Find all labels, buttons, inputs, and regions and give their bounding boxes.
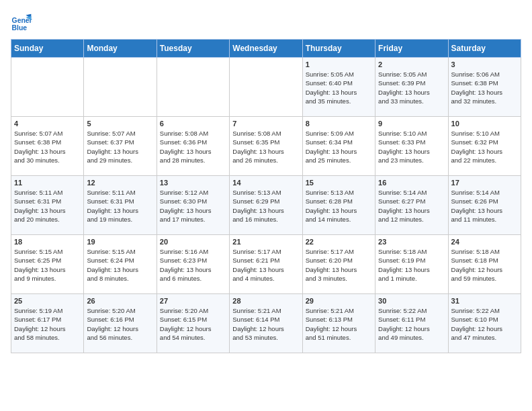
day-cell: 28Sunrise: 5:21 AM Sunset: 6:14 PM Dayli… [230, 294, 302, 353]
logo-icon: General Blue [11, 11, 32, 32]
day-number: 22 [306, 238, 372, 246]
day-cell: 21Sunrise: 5:17 AM Sunset: 6:21 PM Dayli… [230, 235, 302, 294]
logo: General Blue [11, 11, 32, 32]
day-number: 5 [87, 120, 153, 128]
day-info: Sunrise: 5:14 AM Sunset: 6:26 PM Dayligh… [451, 188, 518, 224]
day-cell: 5Sunrise: 5:07 AM Sunset: 6:37 PM Daylig… [84, 117, 157, 176]
day-cell: 14Sunrise: 5:13 AM Sunset: 6:29 PM Dayli… [230, 176, 302, 235]
day-number: 18 [14, 238, 81, 246]
week-row-3: 11Sunrise: 5:11 AM Sunset: 6:31 PM Dayli… [11, 176, 521, 235]
day-cell: 4Sunrise: 5:07 AM Sunset: 6:38 PM Daylig… [11, 117, 84, 176]
day-number: 29 [306, 297, 372, 305]
day-cell: 24Sunrise: 5:18 AM Sunset: 6:18 PM Dayli… [448, 235, 521, 294]
day-number: 9 [378, 120, 445, 128]
week-row-5: 25Sunrise: 5:19 AM Sunset: 6:17 PM Dayli… [11, 294, 521, 353]
day-info: Sunrise: 5:15 AM Sunset: 6:25 PM Dayligh… [14, 247, 81, 283]
day-cell: 13Sunrise: 5:12 AM Sunset: 6:30 PM Dayli… [157, 176, 229, 235]
day-cell: 15Sunrise: 5:13 AM Sunset: 6:28 PM Dayli… [302, 176, 375, 235]
day-number: 12 [87, 179, 153, 187]
day-header-thursday: Thursday [302, 40, 375, 58]
day-cell: 17Sunrise: 5:14 AM Sunset: 6:26 PM Dayli… [448, 176, 521, 235]
day-cell [84, 58, 157, 117]
day-number: 26 [87, 297, 153, 305]
day-number: 11 [14, 179, 81, 187]
day-number: 27 [160, 297, 226, 305]
day-number: 7 [232, 120, 299, 128]
day-number: 21 [232, 238, 299, 246]
day-header-wednesday: Wednesday [230, 40, 302, 58]
day-header-friday: Friday [375, 40, 448, 58]
day-info: Sunrise: 5:14 AM Sunset: 6:27 PM Dayligh… [378, 188, 445, 224]
day-number: 28 [232, 297, 299, 305]
day-info: Sunrise: 5:05 AM Sunset: 6:39 PM Dayligh… [378, 70, 445, 105]
day-info: Sunrise: 5:11 AM Sunset: 6:31 PM Dayligh… [14, 188, 81, 224]
day-number: 14 [232, 179, 299, 187]
day-number: 23 [378, 238, 445, 246]
day-number: 6 [160, 120, 226, 128]
day-info: Sunrise: 5:20 AM Sunset: 6:15 PM Dayligh… [160, 306, 226, 342]
day-cell: 9Sunrise: 5:10 AM Sunset: 6:33 PM Daylig… [375, 117, 448, 176]
day-number: 10 [451, 120, 518, 128]
day-cell: 31Sunrise: 5:22 AM Sunset: 6:10 PM Dayli… [448, 294, 521, 353]
day-info: Sunrise: 5:18 AM Sunset: 6:18 PM Dayligh… [451, 247, 518, 283]
day-number: 20 [160, 238, 226, 246]
day-number: 13 [160, 179, 226, 187]
day-info: Sunrise: 5:07 AM Sunset: 6:38 PM Dayligh… [14, 129, 81, 165]
day-cell: 2Sunrise: 5:05 AM Sunset: 6:39 PM Daylig… [375, 58, 448, 117]
day-info: Sunrise: 5:08 AM Sunset: 6:36 PM Dayligh… [160, 129, 226, 165]
day-cell: 12Sunrise: 5:11 AM Sunset: 6:31 PM Dayli… [84, 176, 157, 235]
day-cell: 25Sunrise: 5:19 AM Sunset: 6:17 PM Dayli… [11, 294, 84, 353]
day-cell: 3Sunrise: 5:06 AM Sunset: 6:38 PM Daylig… [448, 58, 521, 117]
day-header-saturday: Saturday [448, 40, 521, 58]
day-header-tuesday: Tuesday [157, 40, 229, 58]
day-info: Sunrise: 5:17 AM Sunset: 6:21 PM Dayligh… [232, 247, 299, 283]
day-info: Sunrise: 5:16 AM Sunset: 6:23 PM Dayligh… [160, 247, 226, 283]
day-cell: 27Sunrise: 5:20 AM Sunset: 6:15 PM Dayli… [157, 294, 229, 353]
day-info: Sunrise: 5:10 AM Sunset: 6:32 PM Dayligh… [451, 129, 518, 165]
day-info: Sunrise: 5:19 AM Sunset: 6:17 PM Dayligh… [14, 306, 81, 342]
day-info: Sunrise: 5:15 AM Sunset: 6:24 PM Dayligh… [87, 247, 153, 283]
week-row-2: 4Sunrise: 5:07 AM Sunset: 6:38 PM Daylig… [11, 117, 521, 176]
day-info: Sunrise: 5:20 AM Sunset: 6:16 PM Dayligh… [87, 306, 153, 342]
day-number: 3 [451, 60, 518, 68]
day-number: 25 [14, 297, 81, 305]
day-cell: 8Sunrise: 5:09 AM Sunset: 6:34 PM Daylig… [302, 117, 375, 176]
svg-text:Blue: Blue [12, 24, 28, 32]
day-cell: 22Sunrise: 5:17 AM Sunset: 6:20 PM Dayli… [302, 235, 375, 294]
calendar-table: SundayMondayTuesdayWednesdayThursdayFrid… [11, 39, 521, 353]
day-number: 16 [378, 179, 445, 187]
day-number: 19 [87, 238, 153, 246]
day-number: 30 [378, 297, 445, 305]
day-number: 2 [378, 60, 445, 68]
day-cell: 29Sunrise: 5:21 AM Sunset: 6:13 PM Dayli… [302, 294, 375, 353]
day-number: 17 [451, 179, 518, 187]
day-number: 31 [451, 297, 518, 305]
day-info: Sunrise: 5:09 AM Sunset: 6:34 PM Dayligh… [306, 129, 372, 165]
day-cell: 6Sunrise: 5:08 AM Sunset: 6:36 PM Daylig… [157, 117, 229, 176]
day-info: Sunrise: 5:05 AM Sunset: 6:40 PM Dayligh… [306, 70, 372, 105]
day-info: Sunrise: 5:21 AM Sunset: 6:14 PM Dayligh… [232, 306, 299, 342]
day-cell: 19Sunrise: 5:15 AM Sunset: 6:24 PM Dayli… [84, 235, 157, 294]
day-number: 8 [306, 120, 372, 128]
day-info: Sunrise: 5:12 AM Sunset: 6:30 PM Dayligh… [160, 188, 226, 224]
day-cell: 26Sunrise: 5:20 AM Sunset: 6:16 PM Dayli… [84, 294, 157, 353]
day-cell: 11Sunrise: 5:11 AM Sunset: 6:31 PM Dayli… [11, 176, 84, 235]
week-row-4: 18Sunrise: 5:15 AM Sunset: 6:25 PM Dayli… [11, 235, 521, 294]
day-cell: 1Sunrise: 5:05 AM Sunset: 6:40 PM Daylig… [302, 58, 375, 117]
day-cell: 7Sunrise: 5:08 AM Sunset: 6:35 PM Daylig… [230, 117, 302, 176]
day-info: Sunrise: 5:13 AM Sunset: 6:29 PM Dayligh… [232, 188, 299, 224]
day-info: Sunrise: 5:22 AM Sunset: 6:10 PM Dayligh… [451, 306, 518, 342]
day-info: Sunrise: 5:10 AM Sunset: 6:33 PM Dayligh… [378, 129, 445, 165]
day-info: Sunrise: 5:17 AM Sunset: 6:20 PM Dayligh… [306, 247, 372, 283]
day-cell [230, 58, 302, 117]
page-header: General Blue [11, 11, 521, 32]
day-header-monday: Monday [84, 40, 157, 58]
day-cell: 10Sunrise: 5:10 AM Sunset: 6:32 PM Dayli… [448, 117, 521, 176]
day-number: 15 [306, 179, 372, 187]
day-cell: 20Sunrise: 5:16 AM Sunset: 6:23 PM Dayli… [157, 235, 229, 294]
day-info: Sunrise: 5:11 AM Sunset: 6:31 PM Dayligh… [87, 188, 153, 224]
day-info: Sunrise: 5:07 AM Sunset: 6:37 PM Dayligh… [87, 129, 153, 165]
day-number: 4 [14, 120, 81, 128]
day-info: Sunrise: 5:06 AM Sunset: 6:38 PM Dayligh… [451, 70, 518, 105]
day-number: 24 [451, 238, 518, 246]
